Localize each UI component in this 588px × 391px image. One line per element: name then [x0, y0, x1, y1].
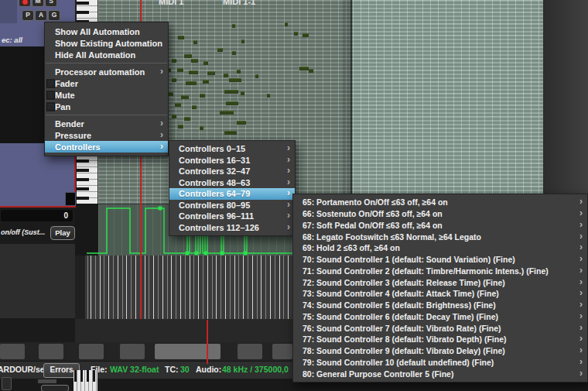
menu-item-77-sound-controller-8-default-vibrato-depth-fine[interactable]: 77: Sound Controller 8 (default: Vibrato…	[293, 334, 587, 345]
submenu-arrow-icon: ›	[287, 177, 290, 187]
menu-item-label: Controllers 16–31	[179, 156, 250, 165]
menu-item-label: Fader	[55, 79, 78, 88]
menu-item-show-existing-automation[interactable]: Show Existing Automation	[45, 37, 168, 49]
play-automation-button[interactable]: Play	[50, 226, 75, 240]
midi-note	[191, 59, 198, 63]
submenu-arrow-icon: ›	[160, 141, 163, 152]
menu-item-label: 68: Legato Footswitch ≤63 Normal, ≥64 Le…	[303, 232, 481, 242]
menu-item-controllers-112-126[interactable]: Controllers 112–126›	[169, 222, 295, 234]
menu-item-controllers-16-31[interactable]: Controllers 16–31›	[169, 155, 295, 166]
menu-item-72-sound-controller-3-default-release-time-fine[interactable]: 72: Sound Controller 3 (default: Release…	[293, 276, 587, 288]
menu-item-74-sound-controller-5-default-brightness-fine[interactable]: 74: Sound Controller 5 (default: Brightn…	[293, 300, 587, 311]
menu-item-mute[interactable]: Mute	[45, 89, 168, 101]
midi-note	[226, 101, 238, 105]
rec-mode-label: ec: all	[2, 36, 22, 44]
solo-button[interactable]: S	[45, 0, 57, 7]
submenu-arrow-icon: ›	[579, 300, 583, 310]
midi-note	[200, 126, 203, 130]
menu-item-label: 77: Sound Controller 8 (default: Vibrato…	[303, 334, 506, 344]
file-format-value: WAV 32-float	[110, 365, 159, 374]
mini-fader[interactable]	[65, 192, 76, 206]
menu-item-label: 76: Sound Controller 7 (default: Vibrato…	[303, 324, 501, 333]
submenu-arrow-icon: ›	[160, 129, 163, 140]
menu-item-79-sound-controller-10-default-undefined-fine[interactable]: 79: Sound Controller 10 (default undefin…	[293, 357, 587, 369]
midi-note	[172, 115, 176, 118]
playlist-button[interactable]: P	[22, 10, 34, 21]
menu-item-75-sound-controller-6-default-decay-time-fine[interactable]: 75: Sound Controller 6 (default: Decay T…	[293, 311, 587, 323]
midi-note	[177, 68, 183, 72]
mute-button[interactable]: M	[32, 0, 44, 7]
midi-note	[299, 67, 309, 70]
bottom-toolbar-segment[interactable]	[238, 344, 262, 359]
automation-value-field[interactable]: 0	[1, 210, 73, 221]
midi-note	[172, 59, 176, 63]
menu-item-73-sound-controller-4-default-attack-time-fine[interactable]: 73: Sound Controller 4 (default: Attack …	[293, 288, 587, 300]
controllers-submenu: Controllers 0–15›Controllers 16–31›Contr…	[169, 140, 296, 236]
midi-note	[237, 70, 241, 74]
menu-item-66-sostenuto-on-off-63-off-64-on[interactable]: 66: Sostenuto On/Off ≤63 off, ≥64 on›	[293, 208, 587, 220]
midi-note	[294, 32, 298, 36]
midi-note	[200, 94, 205, 98]
bottom-toolbar-segment[interactable]	[272, 344, 292, 359]
mini-button[interactable]	[41, 385, 69, 391]
group-button[interactable]: G	[48, 10, 60, 21]
menu-item-pan[interactable]: Pan	[45, 101, 168, 112]
checkbox-unchecked[interactable]	[46, 91, 55, 99]
region-name-label: MIDI 1	[159, 0, 183, 6]
menu-item-controllers[interactable]: Controllers›	[45, 141, 168, 153]
submenu-arrow-icon: ›	[579, 334, 583, 345]
menu-item-controllers-64-79[interactable]: Controllers 64–79›	[169, 188, 295, 200]
submenu-arrow-icon: ›	[160, 66, 163, 77]
midi-note	[229, 78, 241, 82]
menu-item-69-hold-2-63-off-64-on[interactable]: 69: Hold 2 ≤63 off, ≥64 on›	[293, 242, 587, 254]
submenu-arrow-icon: ›	[579, 322, 583, 333]
menu-item-hide-all-automation[interactable]: Hide All Automation	[45, 49, 168, 60]
menu-item-bender[interactable]: Bender›	[45, 118, 168, 129]
bottom-toolbar-segment[interactable]	[79, 344, 104, 359]
menu-item-76-sound-controller-7-default-vibrato-rate-fine[interactable]: 76: Sound Controller 7 (default: Vibrato…	[293, 322, 587, 334]
automation-button[interactable]: A	[35, 10, 47, 21]
submenu-arrow-icon: ›	[160, 118, 163, 129]
bottom-toolbar-segment[interactable]	[155, 344, 220, 359]
submenu-arrow-icon: ›	[579, 242, 583, 253]
bottom-toolbar-segment[interactable]	[0, 344, 25, 359]
menu-item-controllers-0-15[interactable]: Controllers 0–15›	[169, 143, 295, 155]
midi-note	[192, 105, 197, 109]
mini-button[interactable]	[2, 377, 12, 390]
menu-item-label: Show Existing Automation	[55, 39, 162, 48]
submenu-arrow-icon: ›	[287, 154, 290, 165]
menu-item-65-portamento-on-off-63-off-64-on[interactable]: 65: Portamento On/Off ≤63 off, ≥64 on›	[293, 197, 587, 208]
automation-context-menu: Show All AutomationShow Existing Automat…	[44, 22, 169, 156]
menu-item-pressure[interactable]: Pressure›	[45, 129, 168, 141]
menu-item-controllers-32-47[interactable]: Controllers 32–47›	[169, 166, 295, 177]
record-enable-button[interactable]	[19, 0, 31, 7]
menu-item-67-soft-pedal-on-off-63-off-64-on[interactable]: 67: Soft Pedal On/Off ≤63 off, ≥64 on›	[293, 220, 587, 232]
checkbox-unchecked[interactable]	[46, 79, 55, 87]
menu-item-controllers-96-111[interactable]: Controllers 96–111›	[169, 211, 295, 222]
submenu-arrow-icon: ›	[287, 211, 290, 221]
menu-item-70-sound-controller-1-default-sound-variation-fine[interactable]: 70: Sound Controller 1 (default: Sound V…	[293, 254, 587, 266]
submenu-arrow-icon: ›	[579, 265, 583, 276]
menu-item-controllers-80-95[interactable]: Controllers 80–95›	[169, 200, 295, 211]
menu-item-fader[interactable]: Fader	[45, 77, 168, 89]
menu-item-label: Pan	[55, 102, 70, 111]
controllers-64-79-submenu: 65: Portamento On/Off ≤63 off, ≥64 on›66…	[292, 194, 588, 382]
menu-separator	[46, 63, 167, 63]
midi-note	[217, 48, 223, 52]
menu-item-show-all-automation[interactable]: Show All Automation	[45, 26, 168, 37]
menu-item-label: Controllers 64–79	[179, 189, 250, 198]
midi-note	[193, 40, 197, 44]
bottom-toolbar-segment[interactable]	[39, 344, 63, 359]
menu-item-processor-automation[interactable]: Processor automation›	[45, 66, 168, 77]
checkbox-unchecked[interactable]	[46, 102, 55, 111]
bottom-toolbar-segment[interactable]	[120, 344, 145, 359]
menu-item-71-sound-controller-2-default-timbre-harmonic-intens-fine[interactable]: 71: Sound Controller 2 (default: Timbre/…	[293, 266, 587, 277]
menu-item-controllers-48-63[interactable]: Controllers 48–63›	[169, 177, 295, 189]
menu-item-68-legato-footswitch-63-normal-64-legato[interactable]: 68: Legato Footswitch ≤63 Normal, ≥64 Le…	[293, 231, 587, 242]
menu-item-78-sound-controller-9-default-vibrato-delay-fine[interactable]: 78: Sound Controller 9 (default: Vibrato…	[293, 345, 587, 357]
menu-item-80-general-purpose-controller-5-fine[interactable]: 80: General Purpose Controller 5 (Fine)›	[293, 368, 587, 379]
menu-item-label: Controllers 80–95	[179, 201, 250, 210]
menu-item-label: Controllers 0–15	[179, 144, 245, 153]
menu-item-label: Controllers 112–126	[179, 223, 259, 232]
midi-note	[172, 78, 176, 82]
